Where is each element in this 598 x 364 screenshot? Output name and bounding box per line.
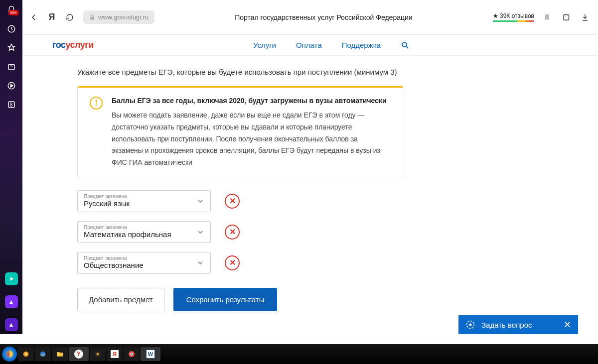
chevron-down-icon bbox=[196, 228, 204, 236]
nav-payment[interactable]: Оплата bbox=[296, 41, 322, 49]
subject-row: Предмет экзамена Обществознание ✕ bbox=[77, 252, 543, 274]
subject-select-3[interactable]: Предмет экзамена Обществознание bbox=[77, 252, 211, 274]
chevron-down-icon bbox=[196, 197, 204, 205]
main-content: Укажите все предметы ЕГЭ, которые вы буд… bbox=[22, 56, 598, 334]
remove-subject-3[interactable]: ✕ bbox=[225, 255, 240, 270]
chat-widget[interactable]: Задать вопрос ✕ bbox=[458, 315, 578, 334]
subject-select-2[interactable]: Предмет экзамена Математика профильная bbox=[77, 221, 211, 243]
svg-point-12 bbox=[97, 353, 99, 356]
info-title: Баллы ЕГЭ за все годы, включая 2020, буд… bbox=[112, 97, 391, 105]
notifications-icon[interactable]: 999 bbox=[5, 4, 17, 16]
yandex-home-button[interactable]: Я bbox=[47, 13, 56, 22]
address-bar[interactable]: www.gosuslugi.ru bbox=[83, 10, 154, 24]
os-sidebar: 999 8 ▲ ▲ bbox=[0, 0, 22, 334]
reviews-widget[interactable]: ★ 39К отзывов bbox=[493, 12, 534, 22]
taskbar-app-red[interactable]: Я bbox=[107, 347, 123, 361]
collections-icon[interactable] bbox=[5, 61, 17, 73]
bookmark-star-icon[interactable] bbox=[5, 42, 17, 54]
start-button[interactable] bbox=[2, 347, 17, 362]
select-label: Предмет экзамена bbox=[84, 225, 204, 230]
chevron-down-icon bbox=[196, 259, 204, 267]
nav-support[interactable]: Поддержка bbox=[342, 41, 381, 49]
add-subject-button[interactable]: Добавить предмет bbox=[77, 288, 164, 311]
url-text: www.gosuslugi.ru bbox=[98, 13, 149, 21]
badge-8-icon[interactable]: 8 bbox=[5, 99, 17, 111]
lock-icon bbox=[89, 14, 95, 20]
nav-services[interactable]: Услуги bbox=[253, 41, 276, 49]
remove-subject-2[interactable]: ✕ bbox=[225, 225, 240, 240]
taskbar-mediaplayer[interactable] bbox=[18, 347, 34, 361]
play-icon[interactable] bbox=[5, 80, 17, 92]
back-button[interactable] bbox=[29, 13, 38, 22]
svg-rect-1 bbox=[8, 65, 14, 70]
taskbar-chrome[interactable] bbox=[124, 347, 140, 361]
bookmark-icon[interactable] bbox=[543, 13, 553, 21]
taskbar-explorer[interactable] bbox=[52, 347, 68, 361]
taskbar: Y Я W bbox=[0, 334, 598, 364]
subject-row: Предмет экзамена Математика профильная ✕ bbox=[77, 221, 543, 243]
top-nav: Услуги Оплата Поддержка bbox=[253, 41, 410, 50]
headset-icon bbox=[465, 320, 475, 330]
subject-select-1[interactable]: Предмет экзамена Русский язык bbox=[77, 190, 211, 212]
taskbar-ie[interactable] bbox=[35, 347, 51, 361]
site-header: госуслуги Услуги Оплата Поддержка bbox=[22, 35, 598, 56]
taskbar-app-orange[interactable] bbox=[90, 347, 106, 361]
site-logo[interactable]: госуслуги bbox=[52, 40, 94, 50]
taskbar-yandex[interactable]: Y bbox=[69, 347, 89, 361]
chat-label: Задать вопрос bbox=[481, 321, 532, 329]
svg-point-5 bbox=[402, 42, 407, 47]
history-icon[interactable] bbox=[5, 23, 17, 35]
info-icon: ! bbox=[90, 97, 103, 110]
instruction-text: Укажите все предметы ЕГЭ, которые вы буд… bbox=[77, 68, 543, 76]
browser-toolbar: Я www.gosuslugi.ru Портал государственны… bbox=[22, 0, 598, 35]
subject-row: Предмет экзамена Русский язык ✕ bbox=[77, 190, 543, 212]
select-value: Русский язык bbox=[84, 199, 204, 208]
info-panel: ! Баллы ЕГЭ за все годы, включая 2020, б… bbox=[77, 86, 403, 178]
select-value: Математика профильная bbox=[84, 230, 204, 239]
save-results-button[interactable]: Сохранить результаты bbox=[173, 288, 278, 311]
page-title: Портал государственных услуг Российской … bbox=[163, 13, 484, 21]
remove-subject-1[interactable]: ✕ bbox=[225, 194, 240, 209]
select-value: Обществознание bbox=[84, 261, 204, 269]
select-label: Предмет экзамена bbox=[84, 194, 204, 199]
select-label: Предмет экзамена bbox=[84, 255, 204, 261]
download-icon[interactable] bbox=[581, 13, 591, 21]
svg-rect-4 bbox=[564, 14, 569, 20]
info-body: Вы можете подать заявление, даже если вы… bbox=[112, 110, 391, 169]
action-row: Добавить предмет Сохранить результаты bbox=[77, 288, 543, 311]
svg-point-15 bbox=[131, 353, 132, 355]
app-shortcut-3[interactable]: ▲ bbox=[5, 318, 18, 331]
app-shortcut-1[interactable] bbox=[5, 272, 18, 285]
app-shortcut-2[interactable]: ▲ bbox=[5, 295, 18, 308]
notification-badge: 999 bbox=[8, 10, 18, 15]
extension-icon[interactable] bbox=[562, 13, 572, 22]
svg-point-7 bbox=[469, 324, 471, 325]
reload-button[interactable] bbox=[65, 13, 74, 22]
taskbar-word[interactable]: W bbox=[141, 347, 160, 361]
search-icon[interactable] bbox=[401, 41, 410, 50]
close-icon[interactable]: ✕ bbox=[564, 319, 571, 330]
